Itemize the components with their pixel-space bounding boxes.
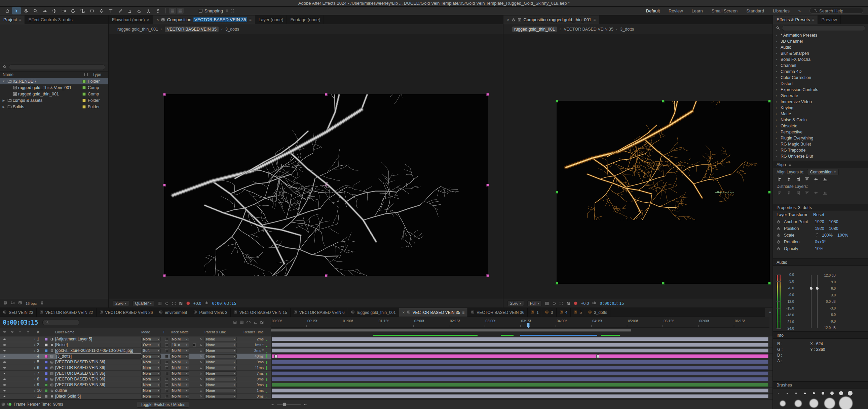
preserve-transparency-toggle[interactable] — [163, 378, 170, 381]
effects-category[interactable]: ›RG Universe Blur — [773, 153, 868, 159]
selection-handle[interactable] — [556, 191, 558, 194]
blend-mode-select[interactable]: Norn▾ — [141, 371, 161, 376]
property-value[interactable]: 1920 — [815, 226, 824, 231]
brush-preset[interactable] — [804, 393, 806, 394]
preserve-transparency-toggle[interactable] — [163, 372, 170, 375]
tab-composition-locked[interactable]: ×Composition rugged gold_thin_001≡ — [503, 15, 599, 24]
preserve-transparency-toggle[interactable] — [163, 355, 170, 358]
expand-caret[interactable]: › — [32, 377, 37, 381]
pick-whip-icon[interactable] — [197, 337, 205, 341]
parent-link-select[interactable]: None▾ — [205, 383, 237, 387]
track-matte-select[interactable]: No M▾ — [170, 360, 189, 364]
timeline-tab-vector-based-vein-26[interactable]: VECTOR BASED VEIN 26 — [96, 308, 156, 316]
workspace-standard[interactable]: Standard — [746, 8, 764, 13]
selection-handle[interactable] — [325, 93, 328, 96]
expand-caret[interactable]: › — [776, 106, 779, 109]
layer-name[interactable]: [VECTOR BASED VEIN 36] — [55, 376, 141, 382]
brush-preset[interactable] — [795, 393, 797, 394]
layer-track-lanes[interactable] — [271, 336, 773, 399]
stopwatch-icon[interactable] — [777, 220, 784, 224]
layer-track[interactable] — [271, 382, 773, 388]
stopwatch-icon[interactable] — [777, 240, 784, 244]
zoom-in-mountain-icon[interactable] — [303, 402, 307, 407]
label-color-swatch[interactable] — [45, 343, 48, 346]
breadcrumb-item[interactable]: 3_dotts — [225, 27, 239, 32]
layer-name[interactable]: [3_dotts] — [55, 353, 141, 359]
eraser-tool[interactable] — [134, 7, 143, 14]
effects-category[interactable]: ›Keying — [773, 105, 868, 111]
timeline-tab-5[interactable]: 5 — [571, 308, 585, 316]
expand-caret[interactable]: › — [776, 142, 779, 146]
breadcrumb-item[interactable]: rugged gold_thin_001 — [512, 27, 557, 32]
selection-handle[interactable] — [662, 100, 664, 102]
expand-caret[interactable]: › — [32, 388, 37, 393]
column-type[interactable]: Type — [92, 72, 101, 77]
eye-icon[interactable] — [0, 354, 9, 358]
parent-link-select[interactable]: None▾ — [205, 377, 237, 381]
column-render-time[interactable]: Render Time — [239, 330, 265, 334]
project-item[interactable]: rugged gold_thin_001Comp — [0, 91, 108, 97]
composition-stage[interactable] — [503, 34, 773, 299]
layer-duration-bar[interactable] — [272, 354, 769, 358]
text-tool[interactable] — [106, 7, 115, 14]
track-matte-select[interactable]: No M▾ — [170, 383, 189, 387]
project-search[interactable] — [0, 63, 108, 71]
layer-name[interactable]: [VECTOR BASED VEIN 36] — [55, 382, 141, 387]
selection-handle[interactable] — [768, 282, 771, 285]
eye-icon[interactable] — [0, 377, 9, 381]
playhead-handle[interactable] — [527, 323, 530, 326]
column-t[interactable]: T — [163, 330, 170, 334]
matte-toggle[interactable] — [193, 343, 196, 346]
timeline-search[interactable] — [42, 319, 80, 325]
workspace-review[interactable]: Review — [669, 8, 683, 13]
property-value[interactable]: 1920 — [815, 219, 824, 224]
time-ruler[interactable]: 00:00f00:15f01:00f01:15f02:00f02:15f03:0… — [271, 317, 770, 328]
preserve-transparency-toggle[interactable] — [163, 343, 170, 346]
audio-slider-right[interactable] — [817, 275, 817, 328]
layer-row-6[interactable]: ›6[VECTOR BASED VEIN 36]Norn▾No M▾None▾1… — [0, 365, 271, 371]
selection-handle[interactable] — [163, 184, 166, 186]
expand-caret[interactable]: › — [32, 343, 37, 347]
panel-menu-icon[interactable]: ≡ — [788, 162, 791, 167]
blend-mode-select[interactable]: Norn▾ — [141, 383, 161, 387]
work-area-band[interactable] — [271, 328, 770, 336]
layer-row-10[interactable]: ›10outlineNorn▾No M▾None▾1ms — [0, 388, 271, 394]
workspace-overflow-icon[interactable]: » — [798, 8, 801, 13]
home-tool[interactable] — [3, 7, 11, 14]
blend-mode-select[interactable]: Over▾ — [141, 343, 161, 347]
track-matte-select[interactable]: No M▾ — [170, 371, 189, 376]
expand-caret[interactable]: › — [776, 58, 779, 61]
expand-caret[interactable]: › — [776, 88, 779, 92]
pick-whip-icon[interactable] — [197, 372, 205, 375]
expand-caret[interactable]: › — [776, 155, 779, 158]
snapshot-camera-button[interactable] — [592, 301, 596, 306]
rotate-tool[interactable] — [69, 7, 78, 14]
label-color-swatch[interactable] — [45, 349, 48, 352]
column-mode[interactable]: Mode — [141, 330, 163, 334]
preserve-transparency-toggle[interactable] — [163, 349, 170, 352]
magnification-select[interactable]: 25%▾ — [507, 301, 524, 306]
expand-caret[interactable]: › — [776, 130, 779, 134]
snapping-checkbox[interactable] — [199, 9, 203, 13]
layer-row-1[interactable]: ›1[Adjustment Layer 5]Norn▾No M▾None▾2ms — [0, 336, 271, 342]
track-matte-select[interactable]: No M▾ — [170, 348, 189, 353]
expand-caret[interactable]: › — [776, 64, 779, 67]
property-value[interactable]: 1080 — [829, 219, 838, 224]
selection-handle[interactable] — [163, 93, 166, 96]
preserve-transparency-toggle[interactable] — [163, 366, 170, 369]
stopwatch-icon[interactable] — [777, 247, 784, 251]
track-matte-select[interactable]: 10. o▾ — [170, 343, 189, 347]
timeline-tab-3_dotts[interactable]: 3_dotts — [585, 308, 610, 316]
eye-icon[interactable] — [0, 343, 9, 347]
timeline-tab-vector-based-vein-22[interactable]: VECTOR BASED VEIN 22 — [37, 308, 96, 316]
orbit-tool[interactable] — [40, 7, 49, 14]
pick-whip-icon[interactable] — [197, 349, 205, 352]
tab-composition[interactable]: ×CompositionVECTOR BASED VEIN 35≡ — [153, 15, 255, 24]
label-color-swatch[interactable] — [45, 395, 48, 398]
expand-caret[interactable]: › — [776, 94, 779, 98]
expand-caret[interactable]: ▶ — [1, 105, 6, 108]
expand-caret[interactable]: › — [32, 366, 37, 370]
eye-icon[interactable] — [0, 372, 9, 375]
expand-caret[interactable]: ▶ — [1, 99, 6, 102]
timeline-tab-rugged-gold_thin_001[interactable]: rugged gold_thin_001 — [348, 308, 399, 316]
